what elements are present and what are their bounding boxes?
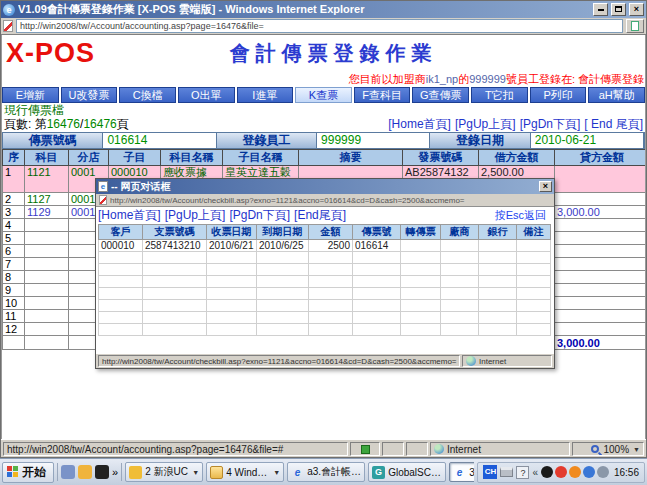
toolbar-button-7[interactable]: F查科目 — [354, 87, 411, 103]
page-nav-link-2[interactable]: [PgUp上頁] — [455, 117, 516, 132]
dialog-column-header: 銀行 — [479, 225, 517, 240]
toolbar-button-5[interactable]: I進單 — [237, 87, 294, 103]
toolbar-button-2[interactable]: U改發票 — [61, 87, 118, 103]
dialog-cell — [143, 276, 207, 288]
dialog-table-row-8[interactable] — [99, 324, 551, 336]
login-notice: 您目前以加盟商ik1_np的999999號員工登錄在: 會計傳票登錄 — [2, 72, 645, 86]
toolbar-button-11[interactable]: aH幫助 — [588, 87, 645, 103]
toolbar-button-1[interactable]: E增新 — [2, 87, 59, 103]
cell: 1121 — [25, 166, 69, 193]
page-action-button[interactable] — [626, 19, 644, 33]
form-field-2: 登錄員工999999 — [217, 133, 431, 148]
dialog-cell: 016614 — [353, 240, 401, 252]
quick-launch-more-icon[interactable]: » — [112, 466, 118, 478]
dialog-cell — [401, 240, 441, 252]
toolbar-button-4[interactable]: O出單 — [178, 87, 235, 103]
dialog-cell — [309, 324, 353, 336]
toolbar-button-9[interactable]: T它扣 — [471, 87, 528, 103]
dialog-cell — [401, 312, 441, 324]
dialog-close-button[interactable]: × — [539, 181, 552, 192]
dialog-cell — [207, 288, 257, 300]
dialog-cell — [257, 288, 309, 300]
dialog-nav-link-2[interactable]: [PgUp上頁] — [165, 208, 226, 224]
column-header: 子目 — [109, 150, 161, 166]
address-input[interactable]: http://win2008/tw/Account/accounting.asp… — [16, 19, 623, 33]
toolbar-button-10[interactable]: P列印 — [530, 87, 587, 103]
toolbar-button-3[interactable]: C換檔 — [119, 87, 176, 103]
page-nav-link-1[interactable]: [Home首頁] — [388, 117, 451, 132]
dialog-nav-links: [Home首頁][PgUp上頁][PgDn下頁][End尾頁] — [98, 208, 346, 224]
task-button-4[interactable]: GGlobalSCAPE... — [368, 462, 446, 482]
tray-icon-1[interactable] — [541, 466, 553, 478]
dialog-cell — [257, 300, 309, 312]
form-row: 傳票號碼016614登錄員工999999登錄日期2010-06-21 — [2, 132, 645, 149]
dialog-favicon — [99, 195, 107, 205]
dialog-cell — [479, 240, 517, 252]
help-icon[interactable]: ? — [516, 466, 529, 479]
taskbar: 开始 » 2 新浪UC▼4 Windows ...▼ea3.會計帳作...GGl… — [0, 458, 647, 485]
maximize-button[interactable] — [611, 3, 626, 16]
dialog-cell — [309, 288, 353, 300]
dialog-cell — [517, 312, 551, 324]
close-button[interactable]: × — [629, 3, 644, 16]
tray-icon-2[interactable] — [555, 466, 567, 478]
folder-icon — [210, 466, 223, 479]
task-button-1[interactable]: 2 新浪UC▼ — [125, 462, 203, 482]
dialog-table-row-6[interactable] — [99, 300, 551, 312]
dialog-cell — [401, 276, 441, 288]
dialog-nav-link-3[interactable]: [PgDn下頁] — [229, 208, 290, 224]
dialog-column-header: 收票日期 — [207, 225, 257, 240]
address-bar: http://win2008/tw/Account/accounting.asp… — [1, 18, 646, 35]
dialog-table-row-5[interactable] — [99, 288, 551, 300]
form-field-value[interactable]: 999999 — [317, 133, 430, 148]
toolbar-button-8[interactable]: G查傳票 — [412, 87, 469, 103]
dialog-table-row-7[interactable] — [99, 312, 551, 324]
task-button-3[interactable]: ea3.會計帳作... — [287, 462, 365, 482]
quicklaunch-icon-1[interactable] — [61, 465, 75, 479]
dialog-cell — [401, 288, 441, 300]
cell — [555, 297, 647, 310]
column-header: 子目名稱 — [223, 150, 299, 166]
printer-icon[interactable] — [500, 467, 513, 477]
tray-icon-4[interactable] — [583, 466, 595, 478]
tray-chevron-icon[interactable]: « — [532, 467, 538, 478]
status-zoom-segment[interactable]: 100%▼ — [572, 442, 644, 456]
dialog-table-row-3[interactable] — [99, 264, 551, 276]
task-dropdown-icon[interactable]: ▼ — [192, 469, 199, 476]
form-field-value[interactable]: 016614 — [103, 133, 216, 148]
quicklaunch-icon-3[interactable] — [95, 465, 109, 479]
input-language-indicator[interactable]: CH — [483, 465, 497, 479]
dialog-nav-link-1[interactable]: [Home首頁] — [98, 208, 161, 224]
start-button[interactable]: 开始 — [2, 462, 54, 483]
dialog-cell — [401, 300, 441, 312]
toolbar-button-6[interactable]: K查票 — [295, 87, 352, 103]
dialog-nav-link-4[interactable]: [End尾頁] — [294, 208, 346, 224]
task-button-2[interactable]: 4 Windows ...▼ — [206, 462, 284, 482]
page-nav-link-3[interactable]: [PgDn下頁] — [520, 117, 581, 132]
dialog-table-row-1[interactable]: 00001025874132102010/6/212010/6/25250001… — [99, 240, 551, 252]
cell: 1129 — [25, 206, 69, 219]
zoom-dropdown-icon[interactable]: ▼ — [633, 446, 640, 453]
tray-icon-3[interactable] — [569, 466, 581, 478]
dialog-table-row-4[interactable] — [99, 276, 551, 288]
dialog-column-header: 備注 — [517, 225, 551, 240]
form-field-value[interactable]: 2010-06-21 — [531, 133, 644, 148]
task-dropdown-icon[interactable]: ▼ — [273, 469, 280, 476]
dialog-globe-icon — [466, 356, 476, 366]
dialog-nav: [Home首頁][PgUp上頁][PgDn下頁][End尾頁] 按Esc返回 — [98, 208, 552, 224]
tray-icon-5[interactable] — [597, 466, 609, 478]
ie-icon: e — [453, 466, 466, 479]
dialog-column-header: 支票號碼 — [143, 225, 207, 240]
dialog-esc-hint: 按Esc返回 — [495, 208, 552, 224]
dialog-table-row-2[interactable] — [99, 252, 551, 264]
quicklaunch-icon-2[interactable] — [78, 465, 92, 479]
task-button-5[interactable]: e3 Internet...▼ — [449, 462, 474, 482]
dialog-cell: 2010/6/21 — [207, 240, 257, 252]
dialog-cell — [401, 324, 441, 336]
cell — [555, 219, 647, 232]
minimize-button[interactable] — [593, 3, 608, 16]
page-nav-link-4[interactable]: [ End 尾頁] — [584, 117, 643, 132]
cell: 5 — [3, 232, 25, 245]
cell: 3 — [3, 206, 25, 219]
dialog-cell — [99, 252, 143, 264]
